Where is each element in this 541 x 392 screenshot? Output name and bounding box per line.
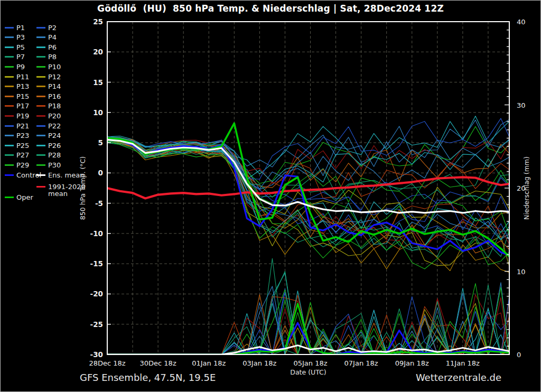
ensemble-plot-canvas: 2520151050-5-10-15-20-25-3040302010028De… (1, 1, 540, 391)
x-tick-label: 30Dec 18z (140, 359, 176, 367)
x-tick-label: 01Jan 18z (192, 359, 226, 367)
y-left-axis-title: 850 hPa Temp. (°C) (79, 156, 87, 220)
series-temp-P15 (107, 142, 509, 253)
y-left-tick-label: -10 (90, 229, 103, 238)
x-tick-label: 07Jan 18z (344, 359, 378, 367)
y-left-tick-label: 20 (93, 48, 103, 56)
x-tick-label: 11Jan 18z (446, 359, 480, 367)
y-left-tick-label: -30 (90, 350, 103, 359)
y-left-tick-label: 10 (93, 108, 103, 117)
meteogram-window: Gödöllő (HU) 850 hPa Temp. & Niederschla… (0, 0, 541, 392)
y-left-tick-label: 0 (98, 169, 103, 177)
x-tick-label: 28Dec 18z (89, 359, 125, 367)
y-right-tick-label: 10 (517, 268, 526, 276)
y-left-tick-label: -25 (90, 320, 103, 329)
x-tick-label: 05Jan 18z (293, 359, 327, 367)
y-right-tick-label: 30 (517, 101, 526, 109)
y-left-tick-label: -5 (95, 199, 103, 208)
y-left-tick-label: 25 (93, 17, 103, 26)
y-left-tick-label: 5 (98, 138, 103, 147)
y-right-tick-label: 0 (517, 351, 521, 359)
series-1991-2020-mean (107, 177, 509, 198)
model-run-info: GFS Ensemble, 47.5N, 19.5E (80, 372, 216, 383)
y-left-tick-label: 15 (93, 78, 103, 87)
y-right-tick-label: 40 (517, 18, 526, 26)
y-right-axis-title: Niederschlag (mm) (523, 156, 530, 220)
plot-frame (107, 22, 509, 354)
site-credit: Wetterzentrale.de (416, 372, 501, 383)
gridlines (107, 22, 509, 354)
y-left-tick-label: -15 (90, 259, 103, 268)
x-tick-label: 03Jan 18z (242, 359, 276, 367)
series-lines (107, 116, 509, 354)
x-tick-label: 09Jan 18z (395, 359, 429, 367)
y-left-tick-label: -20 (90, 290, 103, 298)
